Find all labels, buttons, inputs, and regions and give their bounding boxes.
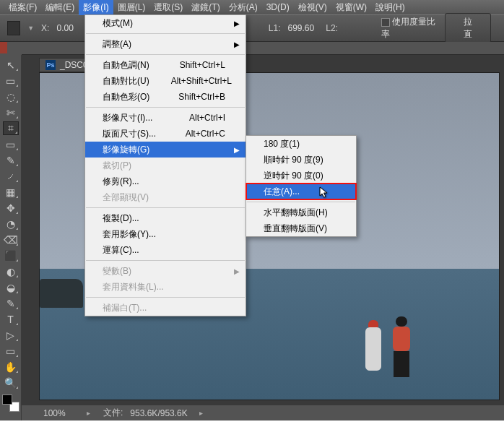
straighten-button[interactable]: 拉直 [445, 13, 491, 43]
submenu-arrow-icon: ▶ [234, 20, 240, 27]
menubar: 檔案(F)編輯(E)影像(I)圖層(L)選取(S)濾鏡(T)分析(A)3D(D)… [0, 0, 504, 14]
rotate-menu-item-1[interactable]: 順時針 90 度(9) [246, 152, 356, 168]
submenu-arrow-icon: ▶ [234, 40, 240, 48]
doc-arrow-icon[interactable]: ▸ [199, 409, 203, 417]
l1-value: 699.60 [288, 23, 315, 33]
tool-11[interactable]: ⌫ [3, 233, 19, 246]
rotate-menu-item-6[interactable]: 垂直翻轉版面(V) [246, 220, 356, 236]
tool-3[interactable]: ✄ [3, 105, 19, 119]
rotate-menu-item-0[interactable]: 180 度(1) [246, 136, 356, 152]
tool-14[interactable]: ◒ [3, 280, 19, 294]
menu-3D(D)[interactable]: 3D(D) [262, 1, 294, 14]
x-label: X: [41, 23, 49, 33]
l2-label: L2: [326, 23, 338, 33]
menu-編輯(E)[interactable]: 編輯(E) [41, 0, 79, 15]
doc-size-value: 953.6K/953.6K [130, 408, 187, 418]
image-menu-item-2[interactable]: 調整(A)▶ [85, 36, 246, 52]
image-menu-item-4[interactable]: 自動色調(N)Shift+Ctrl+L [85, 57, 246, 73]
zoom-arrow-icon[interactable]: ▸ [87, 409, 90, 417]
menu-視窗(W)[interactable]: 視窗(W) [331, 0, 371, 15]
menu-檔案(F)[interactable]: 檔案(F) [4, 0, 41, 15]
l1-label: L1: [269, 23, 281, 33]
image-menu-item-6[interactable]: 自動色彩(O)Shift+Ctrl+B [85, 89, 246, 105]
image-rotation-submenu: 180 度(1)順時針 90 度(9)逆時針 90 度(0)任意(A)...水平… [246, 135, 357, 237]
image-menu-item-12[interactable]: 修剪(R)... [85, 173, 246, 189]
menu-濾鏡(T)[interactable]: 濾鏡(T) [187, 0, 224, 15]
toolbox: ↖▭◌✄⌗▭✎⟋▦✥◔⌫⬛◐◒✎T▷▭✋🔍 [0, 55, 22, 420]
image-menu-item-10[interactable]: 影像旋轉(G)▶ [85, 142, 246, 158]
image-menu-item-5[interactable]: 自動對比(U)Alt+Shift+Ctrl+L [85, 73, 246, 89]
image-menu-item-19: 變數(B)▶ [85, 263, 246, 279]
x-value: 0.00 [56, 23, 73, 33]
image-menu-item-15[interactable]: 複製(D)... [85, 210, 246, 226]
expand-panels-icon[interactable] [0, 42, 7, 53]
tool-19[interactable]: ✋ [3, 360, 19, 374]
submenu-arrow-icon: ▶ [234, 267, 240, 275]
tool-20[interactable]: 🔍 [3, 376, 19, 389]
tool-9[interactable]: ✥ [3, 201, 19, 215]
submenu-arrow-icon: ▶ [234, 146, 240, 154]
options-bar: ▼ X: 0.00 L1: 699.60 L2: 使用度量比率 拉直 [0, 14, 504, 42]
tool-7[interactable]: ⟋ [3, 169, 19, 183]
image-menu-item-0[interactable]: 模式(M)▶ [85, 15, 246, 31]
tool-12[interactable]: ⬛ [3, 249, 19, 262]
tool-2[interactable]: ◌ [3, 90, 19, 103]
image-menu-item-16[interactable]: 套用影像(Y)... [85, 226, 246, 242]
tool-8[interactable]: ▦ [3, 185, 19, 199]
tool-13[interactable]: ◐ [3, 264, 19, 278]
image-menu: 模式(M)▶調整(A)▶自動色調(N)Shift+Ctrl+L自動對比(U)Al… [84, 14, 246, 316]
image-menu-item-20: 套用資料集(L)... [85, 279, 246, 295]
fg-bg-swatch[interactable] [2, 394, 19, 412]
tool-18[interactable]: ▭ [3, 344, 19, 358]
tool-16[interactable]: T [3, 312, 19, 326]
tool-swatch[interactable] [7, 21, 20, 35]
image-menu-item-9[interactable]: 版面尺寸(S)...Alt+Ctrl+C [85, 126, 246, 142]
chevron-down-icon[interactable]: ▼ [27, 25, 34, 32]
rotate-menu-item-3[interactable]: 任意(A)... [246, 184, 356, 199]
menu-分析(A)[interactable]: 分析(A) [225, 0, 262, 15]
tool-15[interactable]: ✎ [3, 296, 19, 310]
menu-檢視(V)[interactable]: 檢視(V) [294, 0, 331, 15]
tool-17[interactable]: ▷ [3, 328, 19, 342]
rotate-menu-item-5[interactable]: 水平翻轉版面(H) [246, 204, 356, 220]
menu-說明(H)[interactable]: 說明(H) [371, 0, 409, 15]
tool-5[interactable]: ▭ [3, 137, 19, 151]
status-bar: 100% ▸ 文件: 953.6K/953.6K ▸ [22, 405, 504, 420]
tab-title: _DSC0 [60, 60, 88, 70]
use-scale-label: 使用度量比率 [381, 17, 435, 39]
zoom-level[interactable]: 100% [43, 408, 79, 418]
image-menu-item-22: 補漏白(T)... [85, 300, 246, 316]
image-menu-item-8[interactable]: 影像尺寸(I)...Alt+Ctrl+I [85, 110, 246, 126]
use-scale-checkbox[interactable] [381, 18, 390, 27]
menu-圖層(L)[interactable]: 圖層(L) [113, 0, 150, 15]
menu-選取(S)[interactable]: 選取(S) [149, 0, 187, 15]
image-menu-item-17[interactable]: 運算(C)... [85, 242, 246, 258]
image-menu-item-13: 全部顯現(V) [85, 189, 246, 205]
image-menu-item-11: 裁切(P) [85, 158, 246, 173]
menu-影像(I)[interactable]: 影像(I) [79, 0, 113, 15]
ps-file-icon: Ps [45, 60, 56, 70]
tool-1[interactable]: ▭ [3, 74, 19, 87]
tool-6[interactable]: ✎ [3, 153, 19, 167]
tool-0[interactable]: ↖ [3, 58, 19, 72]
tool-4[interactable]: ⌗ [3, 121, 19, 135]
tool-10[interactable]: ◔ [3, 217, 19, 230]
rotate-menu-item-2[interactable]: 逆時針 90 度(0) [246, 168, 356, 184]
doc-size-label: 文件: [103, 407, 123, 419]
